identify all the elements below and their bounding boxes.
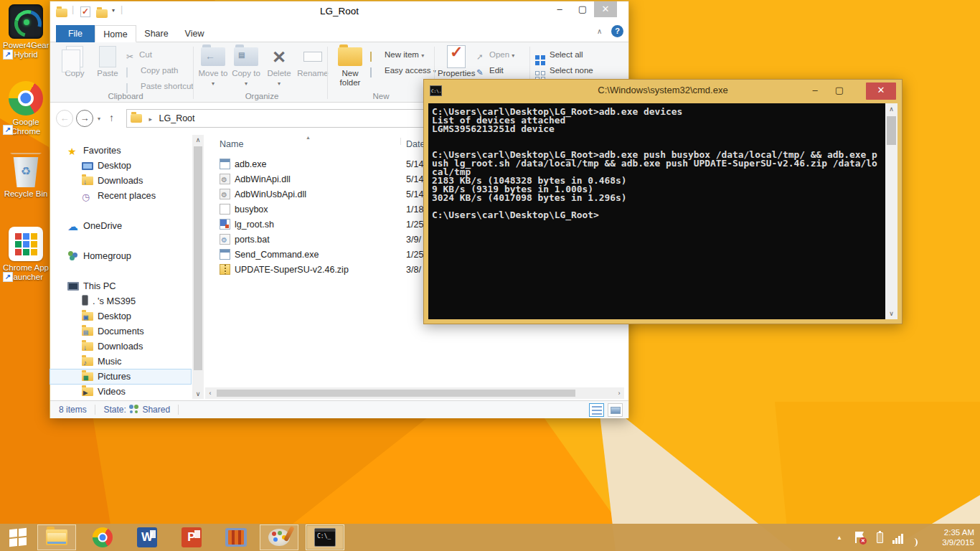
desktop-icon-recycle-bin[interactable]: ♻ Recycle Bin — [3, 153, 49, 199]
cmd-system-icon[interactable]: C:\. — [430, 85, 442, 96]
console-scrollbar-thumb[interactable] — [887, 116, 896, 145]
hscrollbar-thumb[interactable] — [217, 390, 575, 397]
taskbar-cmd-button[interactable]: C:\_ — [306, 524, 344, 550]
sidebar-item-music[interactable]: ♪Music — [50, 354, 191, 369]
sidebar-item-videos[interactable]: ▶Videos — [50, 385, 191, 399]
cmd-titlebar[interactable]: C:\. C:\Windows\system32\cmd.exe – ▢ ✕ — [424, 80, 902, 103]
monitor-icon — [82, 162, 93, 170]
cut-icon: ✂ — [126, 50, 136, 61]
tab-home[interactable]: Home — [95, 25, 136, 42]
file-explorer-icon — [46, 529, 67, 545]
ribbon-tab-strip: File Home Share View ∧ ? — [50, 23, 628, 42]
recent-places-icon: ◷ — [82, 192, 93, 202]
console-scrollbar[interactable]: ∧ ∨ — [885, 103, 897, 319]
tab-share[interactable]: Share — [136, 25, 176, 42]
recent-locations-dropdown-icon[interactable]: ▾ — [98, 116, 100, 122]
battery-icon[interactable] — [872, 524, 887, 551]
sidebar-item-pc-desktop[interactable]: ▣Desktop — [50, 309, 191, 324]
shared-people-icon — [128, 405, 140, 413]
start-button[interactable] — [0, 524, 36, 550]
new-folder-button[interactable]: New folder — [333, 44, 367, 88]
desktop-icon-google-chrome[interactable]: ↗ Google Chrome — [3, 81, 49, 136]
rename-button[interactable]: Rename — [295, 44, 331, 78]
taskbar-clock[interactable]: 2:35 AM 3/9/2015 — [942, 527, 974, 547]
sidebar-item-homegroup[interactable]: Homegroup — [50, 249, 191, 263]
sidebar-item-this-pc[interactable]: This PC — [50, 279, 191, 293]
sidebar-item-downloads[interactable]: ↓Downloads — [50, 174, 191, 188]
scroll-down-arrow[interactable]: ∨ — [885, 310, 897, 317]
homegroup-icon — [67, 250, 79, 260]
move-to-button[interactable]: ← Move to ▾ — [197, 44, 229, 88]
up-button[interactable]: ↑ — [109, 112, 114, 123]
cut-button[interactable]: ✂Cut — [126, 47, 152, 62]
sidebar-item-pictures[interactable]: ▦Pictures — [50, 369, 191, 384]
taskbar-word-button[interactable]: W — [128, 524, 166, 550]
column-header-name[interactable]: Name — [220, 139, 243, 149]
delete-button[interactable]: ✕ Delete▾ — [263, 44, 295, 88]
copy-to-button[interactable]: ▤ Copy to ▾ — [230, 44, 262, 88]
easy-access-button[interactable]: Easy access ▾ — [370, 63, 436, 77]
copy-button[interactable]: Copy — [59, 44, 90, 78]
sidebar-item-ms395-phone[interactable]: . 's MS395 — [50, 294, 191, 309]
desktop-icon-power4gear[interactable]: ↗ Power4Gear Hybrid — [3, 4, 49, 60]
details-view-button[interactable] — [589, 403, 604, 417]
explorer-titlebar[interactable]: | ▾ | LG_Root – ▢ ✕ — [50, 1, 628, 23]
tab-view[interactable]: View — [176, 25, 212, 42]
ribbon-collapse-icon[interactable]: ∧ — [597, 27, 602, 35]
taskbar-movie-maker-button[interactable] — [217, 524, 255, 550]
paste-button[interactable]: Paste — [92, 44, 123, 78]
network-signal-icon[interactable] — [890, 524, 907, 551]
sidebar-item-desktop[interactable]: Desktop — [50, 159, 191, 173]
edit-button[interactable]: ✎Edit — [476, 63, 504, 77]
nav-scrollbar[interactable]: ∧ ∨ — [192, 135, 204, 399]
sidebar-item-onedrive[interactable]: ☁OneDrive — [50, 219, 191, 233]
action-center-flag-icon[interactable]: ✕ — [851, 524, 868, 551]
forward-button[interactable]: → — [76, 110, 93, 127]
thumbnails-view-button[interactable] — [608, 403, 623, 417]
chrome-icon — [9, 81, 43, 116]
cmd-close-button[interactable]: ✕ — [866, 83, 896, 100]
sidebar-item-favorites[interactable]: ★Favorites — [50, 143, 191, 158]
console-output[interactable]: C:\Users\carl\Desktop\LG_Root>adb.exe de… — [428, 103, 897, 319]
close-button[interactable]: ✕ — [594, 1, 617, 17]
taskbar-chrome-button[interactable] — [83, 524, 122, 550]
paste-shortcut-button[interactable]: Paste shortcut — [126, 79, 194, 93]
select-none-button[interactable]: Select none — [535, 63, 593, 77]
horizontal-scrollbar[interactable]: ‹ › — [205, 387, 624, 399]
scroll-up-arrow[interactable]: ∧ — [885, 105, 897, 113]
minimize-button[interactable]: – — [548, 1, 571, 17]
sidebar-item-recent-places[interactable]: ◷Recent places — [50, 189, 191, 203]
volume-icon[interactable] — [908, 524, 925, 551]
cmd-minimize-button[interactable]: – — [804, 83, 826, 100]
status-bar: 8 items State: Shared — [50, 400, 628, 418]
scroll-down-arrow[interactable]: ∨ — [192, 390, 204, 397]
taskbar-file-explorer-button[interactable] — [37, 524, 76, 550]
nav-scrollbar-thumb[interactable] — [194, 146, 202, 370]
scroll-left-arrow[interactable]: ‹ — [207, 390, 214, 397]
properties-button[interactable]: Properties — [438, 44, 475, 78]
rename-icon — [295, 44, 331, 69]
copy-path-button[interactable]: Copy path — [126, 63, 178, 77]
thumbnails-view-icon — [611, 407, 621, 414]
help-icon[interactable]: ? — [611, 25, 623, 37]
scroll-right-arrow[interactable]: › — [616, 390, 623, 397]
state-label: State: — [103, 405, 126, 415]
sidebar-item-documents[interactable]: ▤Documents — [50, 324, 191, 339]
sidebar-item-pc-downloads[interactable]: ↓Downloads — [50, 339, 191, 354]
move-to-icon: ← — [197, 44, 229, 69]
breadcrumb[interactable]: LG_Root — [159, 113, 195, 123]
open-button[interactable]: ➚Open ▾ — [476, 47, 514, 62]
taskbar-paint-button[interactable] — [260, 524, 298, 550]
column-header-date[interactable]: Date — [406, 139, 425, 149]
cmd-maximize-button[interactable]: ▢ — [829, 83, 850, 100]
taskbar-powerpoint-button[interactable]: P — [172, 524, 211, 550]
hidden-icons-chevron[interactable]: ▲ — [832, 524, 847, 551]
new-item-button[interactable]: New item ▾ — [370, 47, 424, 62]
maximize-button[interactable]: ▢ — [571, 1, 594, 17]
scroll-up-arrow[interactable]: ∧ — [192, 136, 204, 143]
back-button[interactable]: ← — [56, 110, 73, 127]
select-all-button[interactable]: Select all — [535, 47, 583, 62]
desktop-icon-label: Recycle Bin — [3, 189, 49, 199]
tab-file[interactable]: File — [56, 25, 95, 42]
desktop-icon-chrome-app-launcher[interactable]: ↗ Chrome App Launcher — [3, 227, 49, 282]
